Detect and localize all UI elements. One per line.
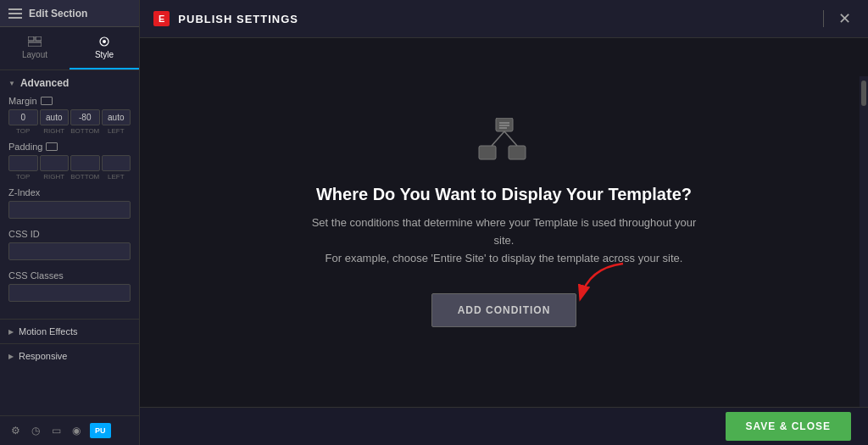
sidebar-tabs: Layout Style	[0, 27, 139, 70]
tab-layout[interactable]: Layout	[0, 27, 70, 70]
tab-style[interactable]: Style	[70, 27, 139, 70]
publish-button[interactable]: PU	[90, 423, 111, 438]
padding-right-label: RIGHT	[40, 173, 70, 181]
margin-bottom-input[interactable]	[70, 109, 100, 125]
modal-header-right: ✕	[823, 8, 854, 29]
margin-right-label: RIGHT	[40, 127, 70, 135]
margin-field: Margin TOP RIGHT BOTTOM LEFT	[8, 96, 131, 135]
svg-line-6	[492, 131, 504, 146]
svg-rect-0	[28, 36, 34, 41]
add-condition-wrapper: ADD CONDITION	[431, 293, 577, 327]
motion-chevron-icon: ▶	[8, 328, 14, 336]
svg-rect-9	[509, 146, 526, 159]
z-index-field: Z-Index	[8, 187, 131, 224]
padding-top-input[interactable]	[8, 155, 38, 171]
header-divider	[823, 10, 824, 27]
padding-inputs	[8, 155, 131, 171]
network-icon	[475, 118, 534, 168]
motion-effects-section: ▶ Motion Effects	[0, 319, 139, 343]
css-classes-input[interactable]	[8, 284, 131, 302]
css-id-input[interactable]	[8, 242, 131, 260]
svg-rect-8	[479, 146, 496, 159]
sidebar-header: Edit Section	[0, 0, 139, 27]
style-icon	[97, 36, 112, 47]
z-index-input[interactable]	[8, 201, 131, 219]
layout-icon	[27, 36, 42, 47]
svg-line-7	[504, 131, 517, 146]
padding-bottom-label: BOTTOM	[70, 173, 100, 181]
sidebar-bottom: ⚙ ◷ ▭ ◉ PU	[0, 415, 139, 445]
close-button[interactable]: ✕	[834, 8, 854, 29]
tab-layout-label: Layout	[22, 50, 47, 59]
advanced-label: Advanced	[20, 77, 69, 89]
css-classes-field: CSS Classes	[8, 270, 131, 307]
modal-title: PUBLISH SETTINGS	[178, 13, 298, 25]
margin-left-label: LEFT	[102, 127, 131, 135]
advanced-section-header[interactable]: ▼ Advanced	[8, 77, 131, 89]
modal-overlay: E PUBLISH SETTINGS ✕	[140, 0, 868, 445]
scrollbar-thumb[interactable]	[861, 81, 866, 106]
modal-header: E PUBLISH SETTINGS ✕	[140, 0, 868, 38]
sidebar-title: Edit Section	[29, 8, 87, 19]
elementor-badge: E	[153, 11, 170, 26]
margin-right-input[interactable]	[40, 109, 70, 125]
scrollbar-track	[860, 76, 868, 407]
margin-top-input[interactable]	[8, 109, 38, 125]
modal-heading: Where Do You Want to Display Your Templa…	[316, 185, 692, 204]
tab-style-label: Style	[95, 50, 114, 59]
padding-top-label: TOP	[8, 173, 38, 181]
modal-description: Set the conditions that determine where …	[301, 214, 708, 267]
padding-monitor-icon	[46, 142, 58, 151]
responsive-icon[interactable]: ▭	[49, 424, 63, 437]
advanced-section: ▼ Advanced Margin TOP RIGHT BOTTOM LEFT	[0, 70, 139, 319]
responsive-section: ▶ Responsive	[0, 343, 139, 368]
css-id-field: CSS ID	[8, 229, 131, 265]
css-classes-label: CSS Classes	[8, 270, 131, 281]
hamburger-icon[interactable]	[8, 8, 22, 19]
motion-effects-label: Motion Effects	[19, 326, 78, 337]
margin-bottom-label: BOTTOM	[70, 127, 100, 135]
responsive-header[interactable]: ▶ Responsive	[8, 351, 131, 361]
modal-body: Where Do You Want to Display Your Templa…	[140, 38, 868, 407]
save-close-button[interactable]: SAVE & CLOSE	[726, 412, 851, 441]
padding-left-label: LEFT	[102, 173, 131, 181]
svg-point-4	[103, 40, 106, 43]
monitor-icon	[41, 97, 53, 105]
sidebar: Edit Section Layout Style	[0, 0, 140, 445]
margin-left-input[interactable]	[102, 109, 131, 125]
padding-label: Padding	[8, 142, 131, 152]
margin-top-label: TOP	[8, 127, 38, 135]
padding-left-input[interactable]	[102, 155, 131, 171]
add-condition-button[interactable]: ADD CONDITION	[431, 293, 577, 327]
margin-label: Margin	[8, 96, 131, 106]
padding-bottom-input[interactable]	[70, 155, 100, 171]
responsive-label: Responsive	[19, 351, 67, 361]
padding-field: Padding TOP RIGHT BOTTOM LEFT	[8, 142, 131, 181]
chevron-icon: ▼	[8, 80, 15, 87]
css-id-label: CSS ID	[8, 229, 131, 239]
svg-rect-5	[496, 118, 513, 131]
responsive-chevron-icon: ▶	[8, 353, 14, 360]
main-area: E PUBLISH SETTINGS ✕	[140, 0, 868, 445]
z-index-label: Z-Index	[8, 187, 131, 197]
badge-letter: E	[159, 14, 164, 24]
padding-right-input[interactable]	[40, 155, 70, 171]
arrow-indicator	[572, 259, 632, 310]
history-icon[interactable]: ◷	[29, 424, 42, 437]
svg-rect-1	[36, 36, 42, 41]
settings-icon[interactable]: ⚙	[8, 424, 22, 437]
eye-icon[interactable]: ◉	[70, 424, 83, 437]
modal-scrollbar[interactable]	[860, 76, 868, 407]
svg-rect-2	[28, 42, 42, 47]
margin-inputs	[8, 109, 131, 125]
modal-footer: SAVE & CLOSE	[140, 407, 868, 445]
padding-labels: TOP RIGHT BOTTOM LEFT	[8, 173, 131, 181]
motion-effects-header[interactable]: ▶ Motion Effects	[8, 326, 131, 337]
margin-labels: TOP RIGHT BOTTOM LEFT	[8, 127, 131, 135]
